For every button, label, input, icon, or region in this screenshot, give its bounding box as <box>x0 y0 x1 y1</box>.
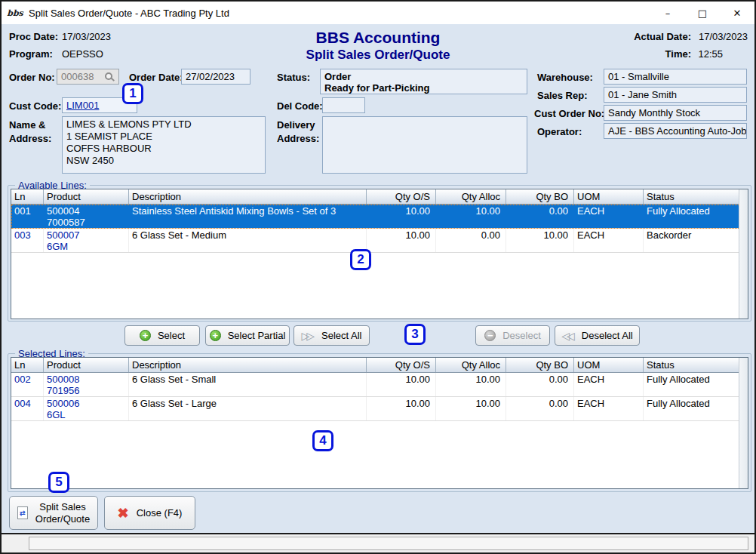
split-sales-order-button[interactable]: ⇄ Split Sales Order/Quote <box>9 496 98 530</box>
del-code-field[interactable] <box>322 97 365 113</box>
warehouse-field[interactable]: 01 - Smallville <box>604 69 747 85</box>
warehouse-label: Warehouse: <box>537 72 593 83</box>
program-value: OEPSSO <box>62 48 103 60</box>
select-all-button[interactable]: ▷▷ Select All <box>293 325 370 346</box>
plus-icon: + <box>210 330 221 341</box>
table-row[interactable]: 002 500008 701956 6 Glass Set - Small 10… <box>11 373 748 397</box>
order-no-field[interactable]: 000638 <box>57 69 119 85</box>
app-title: BBS Accounting <box>316 29 441 47</box>
search-icon[interactable] <box>105 72 112 80</box>
plus-icon: + <box>140 330 151 341</box>
status-bar-field <box>29 537 748 550</box>
order-date-label: Order Date: <box>129 72 183 83</box>
close-window-button[interactable]: ✕ <box>720 2 754 24</box>
table-row[interactable]: 003 500007 6GM 6 Glass Set - Medium 10.0… <box>11 229 748 253</box>
name-address-label-1: Name & <box>9 119 45 131</box>
deselect-button[interactable]: − Deselect <box>475 325 550 346</box>
available-lines-table: Ln Product Description Qty O/S Qty Alloc… <box>11 189 748 319</box>
annotation-3: 3 <box>404 324 426 345</box>
delivery-address-label-1: Delivery <box>277 119 315 131</box>
delivery-address-label-2: Address: <box>277 133 319 144</box>
deselect-all-button[interactable]: ◁◁ Deselect All <box>555 325 640 346</box>
status-field: Order Ready for Part-Picking <box>320 69 527 94</box>
actual-date-label: Actual Date: <box>634 31 691 42</box>
minimize-button[interactable]: – <box>650 2 685 24</box>
select-button[interactable]: + Select <box>124 325 200 346</box>
proc-date-label: Proc Date: <box>9 31 58 42</box>
cust-code-link[interactable]: LIM001 <box>66 100 99 111</box>
actual-date-value: 17/03/2023 <box>699 31 748 42</box>
application-window: bbs Split Sales Order/Quote - ABC Tradin… <box>0 0 756 554</box>
close-button[interactable]: ✖ Close (F4) <box>104 496 195 530</box>
name-address-field: LIMES & LEMONS PTY LTD 1 SEAMIST PLACE C… <box>62 116 266 174</box>
double-right-chevron-icon: ▷▷ <box>301 330 315 342</box>
annotation-4: 4 <box>312 430 333 451</box>
red-x-icon: ✖ <box>118 506 129 520</box>
operator-field[interactable]: AJE - BBS Accounting Auto-Job <box>604 123 747 139</box>
del-code-label: Del Code: <box>277 100 323 112</box>
table-row[interactable]: 004 500006 6GL 6 Glass Set - Large 10.00… <box>11 397 748 421</box>
selected-lines-header: Ln Product Description Qty O/S Qty Alloc… <box>11 358 748 373</box>
proc-date-value: 17/03/2023 <box>62 31 111 42</box>
split-document-icon: ⇄ <box>17 506 28 519</box>
program-label: Program: <box>9 48 53 60</box>
annotation-1: 1 <box>122 83 143 104</box>
delivery-address-field <box>322 116 527 174</box>
screen-title: Split Sales Order/Quote <box>306 48 450 63</box>
status-bar <box>2 534 754 552</box>
selected-lines-table: Ln Product Description Qty O/S Qty Alloc… <box>11 357 748 489</box>
window-title: Split Sales Order/Quote - ABC Trading Pt… <box>29 8 229 19</box>
sales-rep-field[interactable]: 01 - Jane Smith <box>604 87 747 103</box>
time-label: Time: <box>665 48 691 60</box>
time-value: 12:55 <box>698 48 723 60</box>
order-date-field[interactable]: 27/02/2023 <box>181 69 250 85</box>
vertical-scrollbar[interactable] <box>739 189 748 319</box>
annotation-2: 2 <box>350 249 371 270</box>
cust-order-no-label: Cust Order No: <box>534 108 604 119</box>
order-no-label: Order No: <box>9 72 55 83</box>
annotation-5: 5 <box>48 472 69 493</box>
double-left-chevron-icon: ◁◁ <box>561 330 575 342</box>
cust-code-label: Cust Code: <box>9 100 61 112</box>
minus-icon: − <box>484 330 496 341</box>
cust-order-no-field[interactable]: Sandy Monthly Stock <box>604 105 747 121</box>
title-bar: bbs Split Sales Order/Quote - ABC Tradin… <box>2 2 754 24</box>
app-icon: bbs <box>8 6 23 20</box>
sales-rep-label: Sales Rep: <box>537 90 587 101</box>
table-row[interactable]: 001 500004 7000587 Stainless Steel Antis… <box>11 205 748 229</box>
available-lines-header: Ln Product Description Qty O/S Qty Alloc… <box>11 189 748 205</box>
status-label: Status: <box>277 72 310 83</box>
name-address-label-2: Address: <box>9 133 51 144</box>
operator-label: Operator: <box>537 126 582 137</box>
vertical-scrollbar[interactable] <box>739 358 748 488</box>
select-partial-button[interactable]: + Select Partial <box>205 325 290 346</box>
maximize-button[interactable]: □ <box>685 2 720 24</box>
